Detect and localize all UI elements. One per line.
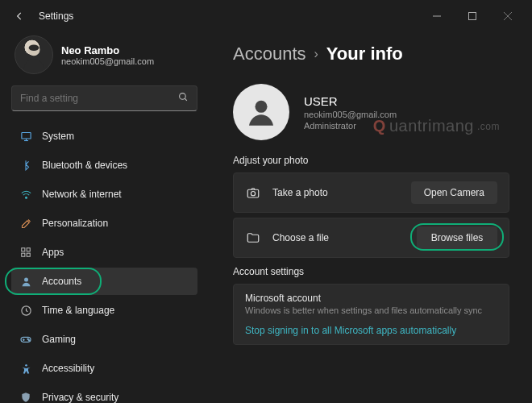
folder-icon	[245, 230, 261, 246]
window-title: Settings	[39, 10, 73, 22]
sidebar-item-label: Accounts	[42, 276, 81, 287]
choose-file-label: Choose a file	[272, 232, 405, 243]
profile-email: neokim005@gmail.com	[304, 110, 397, 119]
user-email: neokim005@gmail.com	[61, 56, 154, 66]
sidebar-item-gaming[interactable]: Gaming	[11, 326, 197, 353]
take-photo-label: Take a photo	[272, 187, 400, 198]
browse-files-button[interactable]: Browse files	[417, 226, 497, 249]
svg-point-4	[180, 93, 186, 100]
wifi-icon	[19, 188, 32, 201]
sidebar-item-label: Apps	[42, 247, 64, 258]
svg-rect-13	[27, 253, 30, 256]
person-icon	[19, 275, 32, 288]
breadcrumb-leaf: Your info	[326, 44, 403, 64]
back-button[interactable]	[6, 3, 32, 29]
ms-account-title: Microsoft account	[245, 293, 497, 304]
svg-rect-11	[27, 248, 30, 251]
sidebar-item-apps[interactable]: Apps	[11, 239, 197, 266]
breadcrumb: Accounts › Your info	[233, 44, 509, 64]
chevron-right-icon: ›	[314, 47, 318, 61]
sidebar-item-network-internet[interactable]: Network & internet	[11, 181, 197, 208]
sidebar-item-system[interactable]: System	[11, 123, 197, 150]
svg-rect-6	[21, 132, 30, 139]
search-box[interactable]	[11, 85, 197, 111]
accessibility-icon	[19, 362, 32, 375]
svg-point-19	[27, 339, 28, 339]
profile-name: USER	[304, 94, 397, 108]
breadcrumb-root[interactable]: Accounts	[233, 44, 306, 64]
bluetooth-icon	[19, 159, 32, 172]
choose-file-row: Choose a file Browse files	[233, 218, 509, 258]
profile-row: USER neokim005@gmail.com Administrator	[233, 84, 509, 140]
sidebar-item-label: Time & language	[42, 305, 114, 316]
sidebar-item-bluetooth-devices[interactable]: Bluetooth & devices	[11, 152, 197, 179]
svg-point-22	[256, 101, 268, 113]
profile-avatar	[233, 84, 289, 140]
apps-icon	[19, 246, 32, 259]
svg-point-14	[24, 277, 28, 281]
content-pane: Accounts › Your info USER neokim005@gmai…	[206, 32, 532, 403]
search-icon	[178, 92, 189, 105]
maximize-button[interactable]	[455, 4, 490, 28]
user-name: Neo Rambo	[61, 44, 154, 56]
sidebar-item-label: Privacy & security	[42, 392, 118, 403]
adjust-photo-label: Adjust your photo	[233, 155, 509, 166]
svg-point-9	[25, 197, 27, 198]
sidebar-item-label: Personalization	[42, 218, 108, 229]
sidebar-item-label: Accessibility	[42, 363, 94, 374]
clock-icon	[19, 304, 32, 317]
ms-account-subtitle: Windows is better when settings and file…	[245, 305, 497, 315]
sidebar-user[interactable]: Neo Rambo neokim005@gmail.com	[11, 32, 197, 85]
svg-point-24	[251, 192, 255, 196]
sidebar: Neo Rambo neokim005@gmail.com SystemBlue…	[0, 32, 206, 403]
sidebar-item-label: Gaming	[42, 334, 76, 345]
camera-icon	[245, 185, 261, 201]
sidebar-item-accessibility[interactable]: Accessibility	[11, 355, 197, 382]
svg-rect-10	[22, 248, 25, 251]
display-icon	[19, 130, 32, 143]
user-avatar	[15, 35, 53, 74]
sidebar-item-privacy-security[interactable]: Privacy & security	[11, 384, 197, 403]
take-photo-row: Take a photo Open Camera	[233, 172, 509, 213]
sidebar-item-label: Network & internet	[42, 189, 122, 200]
svg-rect-12	[22, 253, 25, 256]
account-settings-label: Account settings	[233, 266, 509, 277]
svg-point-3	[29, 45, 39, 52]
shield-icon	[19, 391, 32, 403]
stop-signin-link[interactable]: Stop signing in to all Microsoft apps au…	[245, 325, 497, 336]
svg-point-21	[25, 364, 27, 366]
microsoft-account-card[interactable]: Microsoft account Windows is better when…	[233, 284, 509, 345]
gamepad-icon	[19, 333, 32, 346]
brush-icon	[19, 217, 32, 230]
svg-rect-1	[469, 13, 476, 20]
close-button[interactable]	[490, 4, 526, 28]
profile-role: Administrator	[304, 121, 397, 131]
sidebar-item-accounts[interactable]: Accounts	[11, 268, 197, 295]
svg-rect-23	[247, 189, 259, 197]
svg-point-20	[28, 340, 29, 341]
sidebar-item-label: Bluetooth & devices	[42, 160, 127, 171]
minimize-button[interactable]	[419, 4, 455, 28]
sidebar-item-label: System	[42, 131, 74, 142]
sidebar-item-personalization[interactable]: Personalization	[11, 210, 197, 237]
open-camera-button[interactable]: Open Camera	[411, 181, 497, 204]
search-input[interactable]	[20, 93, 178, 104]
svg-line-5	[185, 98, 187, 101]
sidebar-item-time-language[interactable]: Time & language	[11, 297, 197, 324]
